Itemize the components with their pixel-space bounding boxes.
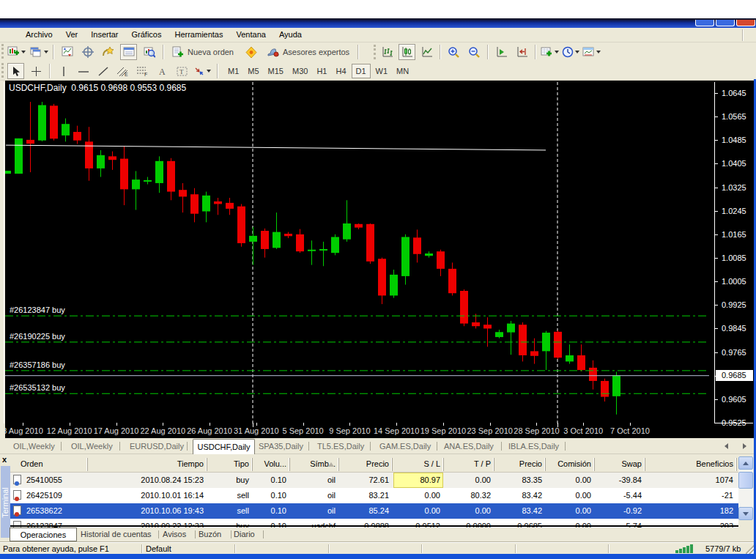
templates-dropdown-arrow[interactable]	[596, 51, 601, 53]
periods-dropdown-arrow[interactable]	[575, 51, 579, 53]
terminal-tab-active[interactable]: Operaciones	[10, 527, 77, 541]
indicators-button[interactable]	[541, 44, 559, 60]
templates-button[interactable]	[582, 44, 601, 60]
chart-tab[interactable]: OIL,Weekly	[71, 442, 113, 451]
status-profile[interactable]: Default	[146, 544, 171, 553]
tabs-scroll-left-icon[interactable]	[724, 443, 728, 449]
column-resize-handle[interactable]	[735, 458, 737, 471]
terminal-close-button[interactable]: x	[2, 456, 10, 464]
toolbar-grip[interactable]	[1, 63, 4, 78]
metaeditor-button[interactable]	[242, 44, 259, 60]
column-resize-handle[interactable]	[289, 458, 290, 471]
column-resize-handle[interactable]	[338, 458, 339, 471]
bar-chart-button[interactable]	[379, 44, 396, 60]
column-header-comision[interactable]: Comisión	[557, 459, 591, 468]
scroll-up-button[interactable]	[738, 456, 753, 470]
asesores-expertos-button[interactable]: Asesores expertos	[264, 44, 352, 60]
column-resize-handle[interactable]	[644, 458, 645, 471]
new-chart-button[interactable]	[7, 44, 26, 60]
chart-tab[interactable]: ANA.ES,Daily	[444, 442, 494, 451]
text-label-tool-button[interactable]: T	[174, 63, 190, 79]
timeframe-m15-button[interactable]: M15	[264, 64, 287, 78]
vertical-line-tool-button[interactable]	[55, 63, 72, 79]
nueva-orden-button[interactable]: Nueva orden	[169, 44, 237, 60]
chart-tab[interactable]: SPA35,Daily	[259, 442, 303, 451]
timeframe-d1-button[interactable]: D1	[352, 64, 371, 78]
column-resize-handle[interactable]	[251, 458, 253, 471]
menu-archivo[interactable]: Archivo	[19, 28, 59, 42]
toolbar-grip[interactable]	[1, 44, 4, 59]
timeframe-m30-button[interactable]: M30	[289, 64, 311, 78]
window-minimize-button[interactable]	[695, 20, 714, 26]
chart-shift-button[interactable]	[514, 44, 530, 60]
fibonacci-tool-button[interactable]: F	[134, 63, 151, 79]
column-header-beneficios[interactable]: Beneficios	[696, 459, 733, 468]
scroll-down-button[interactable]	[738, 507, 753, 520]
column-resize-handle[interactable]	[206, 458, 207, 471]
arrows-dropdown-arrow[interactable]	[207, 70, 211, 73]
zoom-in-button[interactable]	[445, 44, 462, 60]
chart-tab-active[interactable]: USDCHF,Daily	[193, 439, 255, 454]
new-chart-dropdown-arrow[interactable]	[21, 51, 26, 53]
zoom-out-button[interactable]	[466, 44, 483, 60]
terminal-tab[interactable]: Historial de cuentas	[81, 530, 152, 538]
timeframe-h4-button[interactable]: H4	[332, 64, 349, 78]
column-header-tipo[interactable]: Tipo	[234, 459, 249, 468]
column-resize-handle[interactable]	[593, 458, 595, 471]
menu-ventana[interactable]: Ventana	[230, 28, 273, 42]
toolbar-grip[interactable]	[374, 45, 376, 59]
indicators-dropdown-arrow[interactable]	[555, 51, 559, 53]
order-row[interactable]: 254100552010.08.24 15:23buy0.10oil72.618…	[10, 473, 738, 488]
candlestick-chart-button[interactable]	[399, 44, 415, 60]
column-header-vol[interactable]: Volu...	[264, 459, 286, 468]
column-header-tp[interactable]: T / P	[474, 459, 491, 468]
menu-ayuda[interactable]: Ayuda	[273, 28, 308, 42]
market-watch-button[interactable]	[59, 44, 75, 60]
terminal-tab[interactable]: Avisos	[163, 530, 186, 538]
line-chart-button[interactable]	[418, 44, 435, 60]
menu-gráficos[interactable]: Gráficos	[125, 28, 168, 42]
order-row[interactable]: 264251092010.10.01 16:14sell0.10oil83.21…	[10, 488, 738, 503]
chart-tab[interactable]: GAM.ES,Daily	[379, 442, 431, 451]
horizontal-line-tool-button[interactable]	[75, 63, 92, 79]
arrows-tool-button[interactable]	[193, 63, 211, 79]
terminal-tab[interactable]: Buzón	[199, 530, 221, 538]
cursor-tool-button[interactable]	[7, 63, 24, 79]
chart-tab[interactable]: TL5.ES,Daily	[317, 442, 364, 451]
crosshair-tool-button[interactable]	[28, 63, 45, 79]
terminal-tab[interactable]: Diario	[234, 530, 255, 538]
timeframe-w1-button[interactable]: W1	[372, 64, 392, 78]
menu-herramientas[interactable]: Herramientas	[168, 28, 229, 42]
channel-tool-button[interactable]: E	[114, 63, 131, 79]
column-header-swap[interactable]: Swap	[621, 459, 642, 468]
menu-insertar[interactable]: Insertar	[84, 28, 125, 42]
timeframe-m1-button[interactable]: M1	[224, 64, 242, 78]
column-header-sl[interactable]: S / L	[423, 459, 440, 468]
menu-ver[interactable]: Ver	[59, 28, 85, 42]
column-resize-handle[interactable]	[442, 458, 444, 471]
text-tool-button[interactable]: A	[154, 63, 171, 79]
trendline-tool-button[interactable]	[94, 63, 111, 79]
timeframe-mn-button[interactable]: MN	[393, 64, 412, 78]
column-resize-handle[interactable]	[544, 458, 546, 471]
order-row[interactable]: 265386222010.10.06 19:43sell0.10oil85.24…	[10, 503, 738, 519]
periods-button[interactable]	[562, 44, 579, 60]
terminal-button[interactable]	[120, 44, 137, 60]
column-resize-handle[interactable]	[391, 458, 393, 471]
navigator-button[interactable]	[100, 44, 116, 60]
strategy-tester-button[interactable]	[141, 44, 158, 60]
chart-tab[interactable]: EURUSD,Daily	[130, 442, 184, 451]
window-maximize-button[interactable]	[716, 20, 735, 26]
chart-tab[interactable]: IBLA.ES,Daily	[508, 442, 559, 451]
chart-canvas[interactable]: USDCHF,Daily 0.9615 0.9698 0.9553 0.9685…	[5, 81, 754, 438]
profiles-dropdown-arrow[interactable]	[44, 51, 48, 53]
chart-tab[interactable]: OIL,Weekly	[13, 442, 55, 451]
timeframe-m5-button[interactable]: M5	[244, 64, 262, 78]
orders-table-header[interactable]: OrdenTiempoTipoVolu...Símb...PrecioS / L…	[10, 456, 738, 473]
tabs-scroll-right-icon[interactable]	[743, 443, 746, 449]
column-header-precio2[interactable]: Precio	[519, 459, 542, 468]
profiles-button[interactable]	[30, 44, 48, 60]
column-header-orden[interactable]: Orden	[21, 459, 43, 468]
auto-scroll-button[interactable]	[493, 44, 510, 60]
column-header-tiempo[interactable]: Tiempo	[177, 459, 204, 468]
